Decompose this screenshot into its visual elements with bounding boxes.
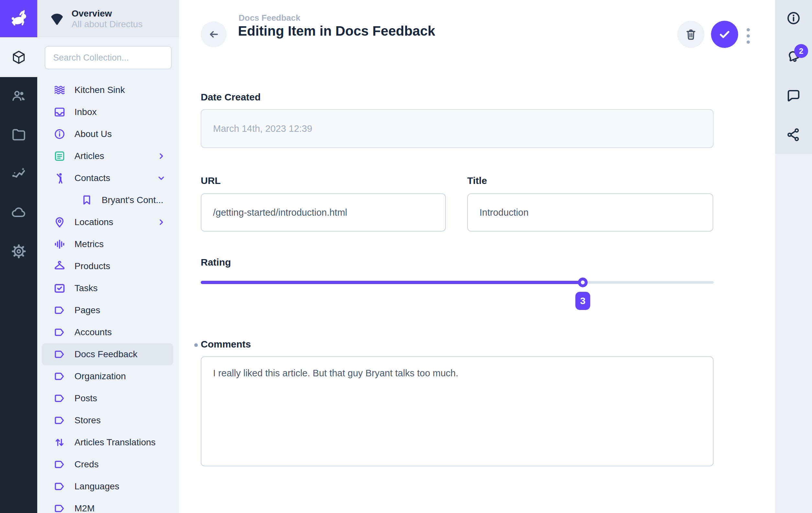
sidebar-item-inbox[interactable]: Inbox: [42, 101, 173, 123]
equalizer-icon: [53, 238, 66, 250]
tag-icon: [53, 370, 66, 382]
tag-icon: [53, 458, 66, 471]
folder-icon: [11, 127, 27, 142]
chevron-right-icon: [156, 151, 166, 161]
sidebar-item-posts[interactable]: Posts: [42, 387, 173, 409]
module-rail-buttons: [0, 77, 37, 513]
sidebar-item-products[interactable]: Products: [42, 255, 173, 277]
pin-icon: [53, 216, 66, 228]
comments-edited-dot: [194, 343, 198, 347]
sidebar-item-pages[interactable]: Pages: [42, 299, 173, 321]
sidebar-item-label: About Us: [75, 129, 112, 139]
person-wave-icon: [53, 172, 66, 184]
sidebar-item-label: Metrics: [75, 239, 104, 249]
sidebar-item-label: Stores: [75, 415, 101, 426]
sidebar-item-about-us[interactable]: About Us: [42, 123, 173, 145]
chevron-down-icon[interactable]: [156, 173, 166, 183]
sidebar-item-bryant-s-cont[interactable]: Bryant's Cont...: [42, 189, 173, 211]
sidebar: Overview All about Directus Kitchen Sink…: [37, 0, 179, 513]
sidebar-item-m2m[interactable]: M2M: [42, 497, 173, 513]
check-icon: [717, 27, 732, 42]
title-field[interactable]: [467, 193, 713, 232]
directus-app: Overview All about Directus Kitchen Sink…: [0, 0, 812, 513]
sidebar-item-label: Organization: [75, 371, 126, 381]
tag-icon: [53, 304, 66, 316]
sidebar-item-label: Contacts: [75, 173, 110, 183]
chevron-right-icon: [156, 217, 166, 227]
sidebar-item-accounts[interactable]: Accounts: [42, 321, 173, 343]
url-field[interactable]: [201, 193, 446, 232]
rating-value-badge: 3: [575, 292, 590, 310]
sidebar-item-label: Inbox: [75, 107, 97, 117]
module-cloud[interactable]: [11, 205, 27, 220]
sidebar-item-locations[interactable]: Locations: [42, 211, 173, 233]
sidebar-item-metrics[interactable]: Metrics: [42, 233, 173, 255]
sidebar-item-label: Products: [75, 261, 110, 272]
notification-badge: 2: [794, 44, 808, 58]
delete-button[interactable]: [677, 21, 704, 48]
sidebar-item-articles-translations[interactable]: Articles Translations: [42, 431, 173, 453]
rating-slider-knob[interactable]: [578, 278, 588, 287]
insights-icon: [11, 166, 27, 181]
back-button[interactable]: [201, 21, 227, 47]
page-title: Editing Item in Docs Feedback: [238, 23, 435, 39]
sidebar-item-contacts[interactable]: Contacts: [42, 167, 173, 189]
share-icon: [786, 127, 801, 142]
project-subtitle: All about Directus: [71, 19, 142, 29]
sidebar-item-stores[interactable]: Stores: [42, 409, 173, 431]
tag-icon: [53, 392, 66, 404]
url-label: URL: [201, 175, 221, 186]
search-input[interactable]: [45, 46, 172, 69]
rail-shares-button[interactable]: [786, 127, 801, 142]
module-files[interactable]: [11, 127, 27, 142]
sidebar-item-label: Bryant's Cont...: [102, 195, 164, 205]
sidebar-item-organization[interactable]: Organization: [42, 365, 173, 387]
sidebar-item-articles[interactable]: Articles: [42, 145, 173, 167]
arrow-left-icon: [207, 28, 220, 40]
tag-icon: [53, 502, 66, 513]
title-label: Title: [467, 175, 487, 186]
sidebar-item-label: Posts: [75, 393, 97, 403]
chevron-right-icon[interactable]: [156, 217, 166, 227]
swap-vert-icon: [53, 436, 66, 449]
tag-icon: [53, 348, 66, 361]
project-switcher[interactable]: Overview All about Directus: [37, 0, 179, 37]
module-insights[interactable]: [11, 166, 27, 181]
sidebar-item-tasks[interactable]: Tasks: [42, 277, 173, 299]
rating-label: Rating: [201, 257, 231, 268]
more-options-button[interactable]: [745, 27, 751, 45]
breadcrumb[interactable]: Docs Feedback: [239, 13, 300, 23]
tag-icon: [53, 480, 66, 493]
sidebar-item-kitchen-sink[interactable]: Kitchen Sink: [42, 79, 173, 101]
article-icon: [53, 150, 66, 162]
people-icon: [11, 88, 27, 104]
save-button[interactable]: [711, 21, 738, 48]
settings-icon: [11, 244, 27, 259]
chevron-down-icon: [156, 173, 166, 183]
rating-slider[interactable]: [201, 276, 714, 289]
sidebar-item-label: Tasks: [75, 283, 98, 293]
module-settings[interactable]: [11, 244, 27, 259]
comments-field[interactable]: I really liked this article. But that gu…: [201, 356, 714, 466]
rail-comments-button[interactable]: [786, 88, 801, 104]
sidebar-item-creds[interactable]: Creds: [42, 453, 173, 476]
sidebar-item-languages[interactable]: Languages: [42, 476, 173, 497]
tag-icon: [53, 414, 66, 427]
comment-icon: [786, 88, 801, 104]
sidebar-item-label: Docs Feedback: [75, 349, 138, 360]
module-collections[interactable]: [0, 37, 37, 77]
date-created-label: Date Created: [201, 92, 261, 103]
module-users[interactable]: [11, 88, 27, 104]
project-title: Overview: [71, 8, 142, 19]
info-icon: [786, 10, 801, 26]
app-logo[interactable]: [0, 0, 37, 37]
collection-nav: Kitchen Sink Inbox About Us Articles Con…: [37, 79, 179, 513]
sidebar-item-label: Locations: [75, 217, 113, 227]
date-created-field: [201, 109, 714, 148]
info-icon: [53, 128, 66, 140]
sidebar-item-docs-feedback[interactable]: Docs Feedback: [42, 343, 173, 365]
chevron-right-icon[interactable]: [156, 151, 166, 161]
sidebar-item-label: Kitchen Sink: [75, 85, 125, 95]
rail-item-info-button[interactable]: [786, 10, 801, 26]
main-content: Docs Feedback Editing Item in Docs Feedb…: [179, 0, 775, 513]
